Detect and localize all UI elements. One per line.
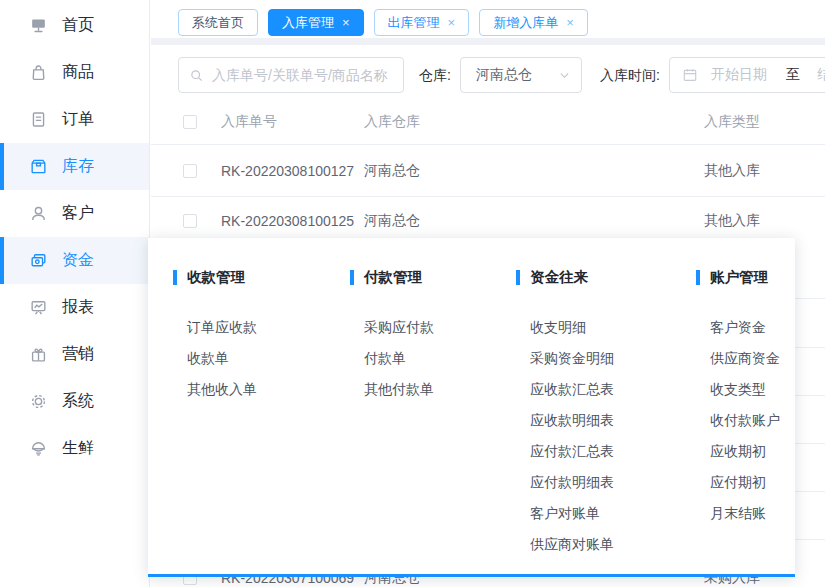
warehouse-label: 仓库: xyxy=(419,67,451,85)
calendar-icon xyxy=(682,67,698,83)
tab-outbound-management[interactable]: 出库管理 × xyxy=(374,9,470,36)
table-row[interactable]: RK-20220308100127 河南总仓 其他入库 xyxy=(151,145,825,197)
menu-section-title: 收款管理 xyxy=(173,268,338,287)
warehouse-select[interactable]: 河南总仓 xyxy=(460,57,582,93)
tabbar-divider xyxy=(151,38,825,45)
menu-section-receipts: 收款管理 订单应收款 收款单 其他收入单 xyxy=(173,238,338,405)
sidebar-item-funds[interactable]: 资金 xyxy=(0,237,149,284)
menu-item[interactable]: 其他付款单 xyxy=(364,374,505,405)
menu-section-payments: 付款管理 采购应付款 付款单 其他付款单 xyxy=(350,238,505,405)
sidebar-item-marketing[interactable]: 营销 xyxy=(0,331,149,378)
menu-section-fund-flows: 资金往来 收支明细 采购资金明细 应收款汇总表 应收款明细表 应付款汇总表 应付… xyxy=(516,238,684,560)
sidebar-item-customers[interactable]: 客户 xyxy=(0,190,149,237)
menu-item[interactable]: 收支明细 xyxy=(530,312,684,343)
sidebar-item-goods[interactable]: 商品 xyxy=(0,49,149,96)
select-all-checkbox[interactable] xyxy=(183,115,197,129)
section-marker xyxy=(173,270,177,285)
tab-label: 入库管理 xyxy=(282,14,334,32)
row-checkbox[interactable] xyxy=(183,214,197,228)
sidebar-item-home[interactable]: 首页 xyxy=(0,2,149,49)
close-icon[interactable]: × xyxy=(342,16,350,29)
sidebar-item-label: 订单 xyxy=(62,109,94,130)
date-separator: 至 xyxy=(786,66,800,84)
menu-item[interactable]: 月末结账 xyxy=(710,498,791,529)
sidebar-item-label: 客户 xyxy=(62,203,94,224)
date-range-picker[interactable]: 开始日期 至 结束日期 xyxy=(669,57,825,93)
food-bowl-icon xyxy=(29,439,48,458)
menu-item[interactable]: 付款单 xyxy=(364,343,505,374)
section-marker xyxy=(696,270,700,285)
user-icon xyxy=(29,204,48,223)
menu-item[interactable]: 应收款明细表 xyxy=(530,405,684,436)
close-icon[interactable]: × xyxy=(566,16,574,29)
inbound-time-label: 入库时间: xyxy=(600,67,660,85)
cell-type: 其他入库 xyxy=(704,162,825,180)
sidebar-item-orders[interactable]: 订单 xyxy=(0,96,149,143)
menu-item[interactable]: 收付款账户 xyxy=(710,405,791,436)
column-header-warehouse: 入库仓库 xyxy=(364,113,704,131)
cell-order-no: RK-20220308100127 xyxy=(221,163,364,179)
section-marker xyxy=(516,270,520,285)
menu-item[interactable]: 其他收入单 xyxy=(187,374,338,405)
gear-icon xyxy=(29,392,48,411)
tab-inbound-management[interactable]: 入库管理 × xyxy=(268,9,364,36)
date-end-placeholder: 结束日期 xyxy=(817,66,825,84)
menu-item[interactable]: 订单应收款 xyxy=(187,312,338,343)
sidebar-item-fresh[interactable]: 生鲜 xyxy=(0,425,149,472)
sidebar-item-system[interactable]: 系统 xyxy=(0,378,149,425)
tab-new-inbound-order[interactable]: 新增入库单 × xyxy=(479,9,588,36)
menu-item[interactable]: 收款单 xyxy=(187,343,338,374)
tab-bar: 系统首页 入库管理 × 出库管理 × 新增入库单 × xyxy=(151,0,825,38)
menu-item[interactable]: 采购应付款 xyxy=(364,312,505,343)
menu-item[interactable]: 应收期初 xyxy=(710,436,791,467)
menu-section-title: 资金往来 xyxy=(516,268,684,287)
sidebar-item-inventory[interactable]: 库存 xyxy=(0,143,149,190)
chart-board-icon xyxy=(29,298,48,317)
sidebar-item-reports[interactable]: 报表 xyxy=(0,284,149,331)
tab-label: 系统首页 xyxy=(192,14,244,32)
app-window: 首页 商品 订单 库存 客户 xyxy=(0,0,825,587)
search-input[interactable] xyxy=(212,67,393,83)
menu-item[interactable]: 应付款汇总表 xyxy=(530,436,684,467)
cell-type: 其他入库 xyxy=(704,212,825,230)
sidebar-item-label: 资金 xyxy=(62,250,94,271)
funds-mega-menu: 收款管理 订单应收款 收款单 其他收入单 付款管理 采购应付款 付款单 其他付款… xyxy=(148,238,795,577)
section-marker xyxy=(350,270,354,285)
menu-item[interactable]: 收支类型 xyxy=(710,374,791,405)
menu-item[interactable]: 客户对账单 xyxy=(530,498,684,529)
menu-item[interactable]: 应付款明细表 xyxy=(530,467,684,498)
package-box-icon xyxy=(29,157,48,176)
filter-bar: 仓库: 河南总仓 入库时间: 开始日期 至 结束日期 xyxy=(151,45,825,100)
tab-system-home[interactable]: 系统首页 xyxy=(178,9,258,36)
column-header-type: 入库类型 xyxy=(704,113,825,131)
table-row[interactable]: RK-20220308100125 河南总仓 其他入库 xyxy=(151,197,825,244)
row-checkbox[interactable] xyxy=(183,164,197,178)
gift-icon xyxy=(29,345,48,364)
menu-item[interactable]: 客户资金 xyxy=(710,312,791,343)
sidebar-item-label: 商品 xyxy=(62,62,94,83)
tab-label: 新增入库单 xyxy=(493,14,558,32)
sidebar-item-label: 生鲜 xyxy=(62,438,94,459)
warehouse-selected-value: 河南总仓 xyxy=(476,66,558,84)
menu-section-title: 账户管理 xyxy=(696,268,791,287)
menu-item[interactable]: 应收款汇总表 xyxy=(530,374,684,405)
close-icon[interactable]: × xyxy=(448,16,456,29)
sidebar-item-label: 营销 xyxy=(62,344,94,365)
menu-item[interactable]: 供应商资金 xyxy=(710,343,791,374)
sidebar: 首页 商品 订单 库存 客户 xyxy=(0,0,150,587)
cell-warehouse: 河南总仓 xyxy=(364,162,704,180)
shopping-bag-icon xyxy=(29,63,48,82)
sidebar-item-label: 系统 xyxy=(62,391,94,412)
menu-section-accounts: 账户管理 客户资金 供应商资金 收支类型 收付款账户 应收期初 应付期初 月末结… xyxy=(696,238,791,529)
sidebar-item-label: 报表 xyxy=(62,297,94,318)
menu-item[interactable]: 采购资金明细 xyxy=(530,343,684,374)
menu-section-title: 付款管理 xyxy=(350,268,505,287)
menu-item[interactable]: 供应商对账单 xyxy=(530,529,684,560)
home-icon xyxy=(29,16,48,35)
chevron-down-icon xyxy=(558,69,571,82)
cell-warehouse: 河南总仓 xyxy=(364,212,704,230)
sidebar-item-label: 库存 xyxy=(62,156,94,177)
menu-item[interactable]: 应付期初 xyxy=(710,467,791,498)
table-header-row: 入库单号 入库仓库 入库类型 xyxy=(151,100,825,145)
document-icon xyxy=(29,110,48,129)
